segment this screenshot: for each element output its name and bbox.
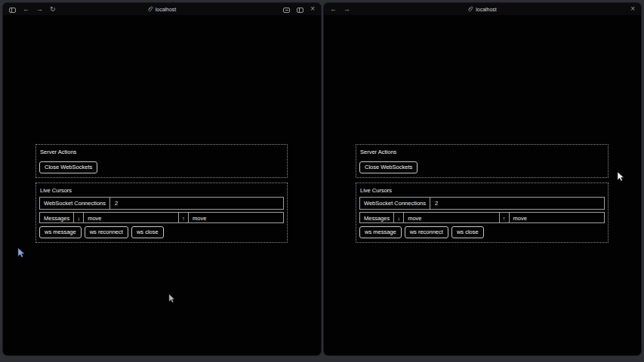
close-icon[interactable]: × bbox=[630, 3, 635, 15]
page-title: localhost bbox=[476, 7, 497, 12]
app-content: Server Actions Close WebSockets Live Cur… bbox=[356, 144, 609, 243]
arrow-down-icon: ↓ bbox=[393, 212, 404, 223]
address-title: localhost bbox=[468, 3, 497, 15]
link-icon bbox=[468, 6, 473, 12]
live-cursors-panel: Live Cursors WebSocket Connections 2 Mes… bbox=[356, 183, 609, 243]
outgoing-message-value: move bbox=[509, 212, 605, 223]
reload-icon[interactable]: ↻ bbox=[50, 3, 56, 15]
close-websockets-button[interactable]: Close WebSockets bbox=[359, 161, 418, 173]
incoming-message-value: move bbox=[403, 212, 499, 223]
server-actions-panel: Server Actions Close WebSockets bbox=[356, 144, 609, 178]
messages-row: Messages ↓ move ↑ move bbox=[359, 212, 605, 223]
close-icon[interactable]: × bbox=[310, 3, 315, 15]
app-content: Server Actions Close WebSockets Live Cur… bbox=[35, 144, 288, 243]
browser-window-right: ← → localhost × Server Actions Close Web… bbox=[324, 3, 641, 355]
connections-row: WebSocket Connections 2 bbox=[39, 197, 284, 210]
split-view-icon[interactable] bbox=[297, 3, 304, 16]
browser-window-left: ← → ↻ localhost × Server Actions Close W… bbox=[3, 3, 321, 355]
ws-buttons-row: ws message ws reconnect ws close bbox=[39, 226, 284, 238]
ws-reconnect-button[interactable]: ws reconnect bbox=[405, 226, 448, 238]
connections-value: 2 bbox=[110, 198, 122, 209]
incoming-message-value: move bbox=[83, 212, 179, 223]
close-websockets-button[interactable]: Close WebSockets bbox=[39, 161, 97, 173]
link-icon bbox=[148, 6, 153, 12]
connections-row: WebSocket Connections 2 bbox=[359, 197, 605, 210]
live-cursors-title: Live Cursors bbox=[40, 187, 284, 194]
sidebar-toggle-icon[interactable] bbox=[9, 3, 16, 16]
titlebar: ← → localhost × bbox=[324, 3, 641, 15]
page-actions-icon[interactable] bbox=[283, 3, 290, 16]
arrow-up-icon: ↑ bbox=[178, 212, 189, 223]
forward-icon[interactable]: → bbox=[36, 3, 43, 15]
ws-close-button[interactable]: ws close bbox=[131, 226, 164, 238]
back-icon[interactable]: ← bbox=[23, 3, 29, 15]
ws-message-button[interactable]: ws message bbox=[39, 226, 82, 238]
connections-label: WebSocket Connections bbox=[40, 198, 110, 209]
outgoing-message-value: move bbox=[188, 212, 284, 223]
server-actions-title: Server Actions bbox=[40, 149, 284, 155]
page-title: localhost bbox=[156, 7, 177, 12]
titlebar: ← → ↻ localhost × bbox=[3, 3, 321, 15]
forward-icon[interactable]: → bbox=[344, 3, 350, 15]
arrow-down-icon: ↓ bbox=[73, 212, 84, 223]
messages-label: Messages bbox=[39, 212, 74, 223]
address-title: localhost bbox=[148, 3, 177, 15]
live-cursors-title: Live Cursors bbox=[360, 187, 605, 194]
back-icon[interactable]: ← bbox=[330, 3, 337, 15]
connections-value: 2 bbox=[430, 198, 442, 209]
arrow-up-icon: ↑ bbox=[499, 212, 510, 223]
live-cursors-panel: Live Cursors WebSocket Connections 2 Mes… bbox=[35, 183, 288, 243]
server-actions-panel: Server Actions Close WebSockets bbox=[35, 144, 288, 178]
server-actions-title: Server Actions bbox=[360, 149, 605, 155]
messages-row: Messages ↓ move ↑ move bbox=[39, 212, 284, 223]
ws-buttons-row: ws message ws reconnect ws close bbox=[359, 226, 605, 238]
ws-close-button[interactable]: ws close bbox=[451, 226, 484, 238]
connections-label: WebSocket Connections bbox=[360, 198, 430, 209]
ws-reconnect-button[interactable]: ws reconnect bbox=[85, 226, 128, 238]
messages-label: Messages bbox=[359, 212, 394, 223]
ws-message-button[interactable]: ws message bbox=[359, 226, 402, 238]
